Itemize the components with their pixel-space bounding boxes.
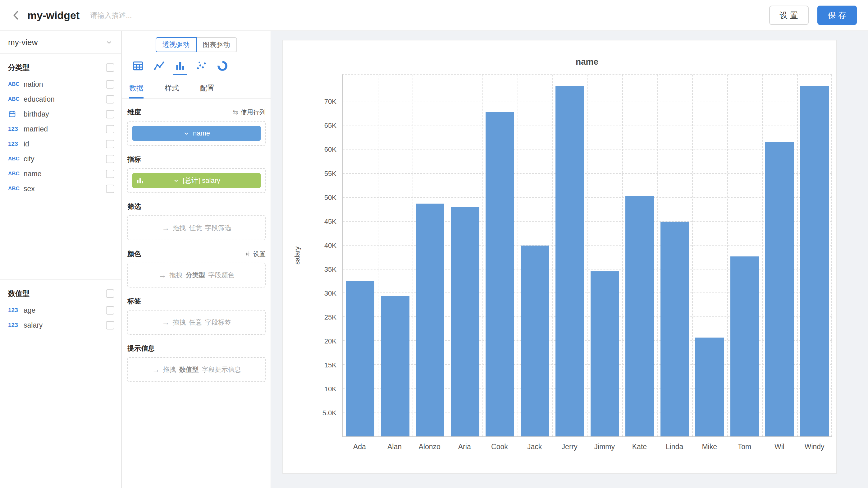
bar-Alan[interactable] — [381, 296, 409, 436]
save-button[interactable]: 保 存 — [817, 6, 857, 25]
bar-Cook[interactable] — [486, 112, 514, 436]
x-tick-label: Jerry — [552, 443, 587, 467]
view-name: my-view — [8, 38, 38, 47]
dimension-dropzone[interactable]: name — [127, 121, 266, 146]
bar-Tom[interactable] — [731, 256, 759, 436]
description-input[interactable] — [90, 11, 224, 20]
metric-pill[interactable]: [总计] salary — [132, 173, 261, 188]
field-checkbox[interactable] — [106, 306, 114, 314]
bar-cell — [378, 74, 413, 436]
field-checkbox[interactable] — [106, 170, 114, 178]
config-sections: 维度 ⇆ 使用行列 name — [122, 107, 271, 388]
chart-type-bar[interactable] — [173, 60, 187, 75]
field-checkbox[interactable] — [106, 140, 114, 148]
field-list: ABCnationABCeducationbirthday123married1… — [0, 77, 121, 196]
bar-Wil[interactable] — [765, 142, 794, 436]
chart-type-pie[interactable] — [216, 60, 229, 75]
field-checkbox[interactable] — [106, 110, 114, 118]
dimension-pill[interactable]: name — [132, 126, 261, 141]
field-checkbox[interactable] — [106, 125, 114, 133]
x-axis-labels: AdaAlanAlonzoAriaCookJackJerryJimmyKateL… — [342, 437, 832, 467]
numeric-field-group: 数值型 123age123salary — [0, 280, 121, 333]
chart-type-scatter[interactable] — [194, 60, 208, 75]
tooltip-section: 提示信息 → 拖拽数值型字段提示信息 — [127, 343, 266, 382]
bar-cell — [343, 74, 378, 436]
field-checkbox[interactable] — [106, 80, 114, 89]
bar-Aria[interactable] — [451, 207, 479, 436]
field-item-married[interactable]: 123married — [0, 122, 121, 136]
field-label: sex — [24, 185, 106, 193]
bar-Jerry[interactable] — [555, 86, 584, 436]
x-tick-label: Jack — [517, 443, 552, 467]
field-item-age[interactable]: 123age — [0, 303, 121, 318]
color-dropzone[interactable]: → 拖拽分类型字段颜色 — [127, 263, 266, 287]
bar-Mike[interactable] — [695, 338, 724, 436]
bar-Kate[interactable] — [625, 196, 654, 436]
dimension-pill-label: name — [193, 129, 210, 138]
view-selector[interactable]: my-view — [0, 31, 121, 54]
field-list: 123age123salary — [0, 303, 121, 333]
chart-type-line[interactable] — [152, 60, 166, 75]
tooltip-dropzone[interactable]: → 拖拽数值型字段提示信息 — [127, 357, 266, 382]
x-tick-label: Alan — [377, 443, 412, 467]
field-item-birthday[interactable]: birthday — [0, 106, 121, 122]
field-label: education — [24, 95, 106, 103]
bar-cell — [483, 74, 518, 436]
back-button[interactable] — [7, 6, 25, 24]
field-checkbox[interactable] — [106, 95, 114, 103]
field-checkbox[interactable] — [106, 155, 114, 163]
label-label: 标签 — [127, 297, 141, 306]
field-item-education[interactable]: ABCeducation — [0, 92, 121, 106]
metric-label: 指标 — [127, 155, 141, 164]
field-label: birthday — [24, 110, 106, 118]
x-tick-label: Mike — [692, 443, 727, 467]
bar-Jimmy[interactable] — [591, 271, 619, 436]
bar-Windy[interactable] — [800, 86, 829, 436]
field-item-salary[interactable]: 123salary — [0, 318, 121, 333]
field-item-nation[interactable]: ABCnation — [0, 77, 121, 92]
label-dropzone[interactable]: → 拖拽任意字段标签 — [127, 310, 266, 335]
bar-cell — [692, 74, 727, 436]
x-tick-label: Windy — [797, 443, 832, 467]
drop-hint: → 拖拽分类型字段颜色 — [159, 271, 235, 280]
field-item-city[interactable]: ABCcity — [0, 151, 121, 166]
bar-Jack[interactable] — [521, 246, 549, 436]
bar-cell — [797, 74, 832, 436]
field-checkbox[interactable] — [106, 321, 114, 330]
numeric-field-icon: 123 — [8, 307, 24, 314]
group-header: 分类型 — [0, 54, 121, 77]
field-item-id[interactable]: 123id — [0, 136, 121, 151]
chart: name salary 5.0K10K15K20K25K30K35K40K45K… — [289, 50, 832, 467]
pie-chart-icon — [217, 60, 228, 72]
bar-Alonzo[interactable] — [416, 204, 444, 436]
bar-Ada[interactable] — [346, 281, 374, 436]
settings-button[interactable]: 设 置 — [769, 6, 809, 25]
text-field-icon: ABC — [8, 186, 24, 192]
driver-chart-button[interactable]: 图表驱动 — [196, 37, 237, 52]
tab-data[interactable]: 数据 — [129, 80, 144, 98]
group-checkbox[interactable] — [106, 289, 114, 298]
tab-style[interactable]: 样式 — [165, 80, 179, 98]
filter-label: 筛选 — [127, 202, 141, 211]
group-checkbox[interactable] — [106, 63, 114, 72]
bar-Linda[interactable] — [660, 222, 689, 436]
field-label: id — [24, 140, 106, 148]
table-icon — [132, 60, 144, 72]
driver-pivot-button[interactable]: 透视驱动 — [156, 37, 197, 52]
dimension-label: 维度 — [127, 108, 141, 117]
filter-dropzone[interactable]: → 拖拽任意字段筛选 — [127, 215, 266, 240]
plot-area — [342, 74, 832, 437]
use-rowcol-action[interactable]: ⇆ 使用行列 — [233, 108, 266, 117]
tab-settings[interactable]: 配置 — [200, 80, 214, 98]
y-tick-label: 40K — [324, 242, 336, 250]
x-tick-label: Jimmy — [587, 443, 622, 467]
field-item-sex[interactable]: ABCsex — [0, 181, 121, 196]
color-settings-action[interactable]: 设置 — [244, 250, 266, 258]
bar-cell — [622, 74, 657, 436]
numeric-field-icon: 123 — [8, 141, 24, 147]
metric-dropzone[interactable]: [总计] salary — [127, 168, 266, 193]
chart-type-table[interactable] — [131, 60, 145, 75]
field-checkbox[interactable] — [106, 185, 114, 193]
bar-cell — [657, 74, 692, 436]
field-item-name[interactable]: ABCname — [0, 166, 121, 181]
